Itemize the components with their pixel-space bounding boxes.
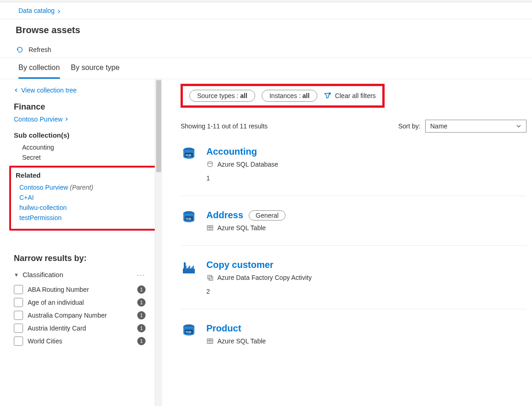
asset-title-link[interactable]: Product: [206, 323, 241, 334]
checkbox[interactable]: [14, 311, 23, 320]
tab-by-source-type[interactable]: By source type: [71, 64, 120, 79]
facet-row[interactable]: World Cities1: [14, 336, 158, 346]
page-title: Browse assets: [0, 19, 532, 42]
main-content: Source types : all Instances : all Clear…: [162, 79, 532, 406]
command-bar: Refresh: [0, 42, 532, 58]
facet-row[interactable]: ABA Routing Number1: [14, 285, 158, 294]
facet-label: World Cities: [28, 337, 133, 345]
facet-row[interactable]: Austria Identity Card1: [14, 324, 158, 333]
asset-type-icon: SQL: [181, 146, 197, 182]
asset-type-icon: SQL: [181, 210, 197, 232]
facet-label: ABA Routing Number: [28, 286, 133, 293]
asset-subtitle: Azure SQL Table: [206, 224, 286, 232]
facet-label: Australia Company Number: [28, 312, 133, 319]
svg-rect-18: [207, 339, 213, 343]
source-types-filter[interactable]: Source types : all: [189, 90, 255, 102]
breadcrumb-link[interactable]: Data catalog: [18, 7, 55, 14]
results-count: Showing 1-11 out of 11 results: [181, 122, 268, 130]
tab-row: By collection By source type: [0, 58, 532, 79]
sub-collection-item[interactable]: Accounting: [22, 144, 158, 151]
asset-type-icon: SQL: [181, 323, 197, 345]
caret-down-icon: ▼: [14, 272, 19, 278]
checkbox[interactable]: [14, 285, 23, 294]
facet-row[interactable]: Australia Company Number1: [14, 311, 158, 320]
asset-type-icon: [181, 260, 197, 295]
asset-number: 2: [206, 288, 312, 295]
instances-filter[interactable]: Instances : all: [262, 90, 317, 102]
filter-bar-highlight: Source types : all Instances : all Clear…: [181, 84, 385, 108]
asset-row: SQLAccountingAzure SQL Database1: [181, 133, 526, 196]
scrollbar[interactable]: [155, 79, 162, 406]
results-bar: Showing 1-11 out of 11 results Sort by: …: [181, 120, 526, 133]
sub-collection-item[interactable]: Secret: [22, 154, 158, 161]
svg-rect-9: [207, 226, 213, 230]
facet-count: 1: [137, 298, 146, 307]
clear-all-filters-button[interactable]: Clear all filters: [324, 92, 376, 99]
chevron-down-icon: [516, 123, 521, 129]
facet-count: 1: [137, 337, 146, 345]
svg-text:SQL: SQL: [186, 330, 192, 334]
related-heading: Related: [16, 171, 152, 179]
svg-text:SQL: SQL: [186, 217, 192, 220]
narrow-results-heading: Narrow results by:: [14, 254, 158, 263]
related-section-highlight: Related Contoso Purview (Parent) C+AI hu…: [9, 166, 158, 231]
svg-point-4: [208, 162, 212, 163]
asset-row: SQLAddressGeneralAzure SQL Table: [181, 196, 526, 246]
checkbox[interactable]: [14, 298, 23, 307]
collection-title: Finance: [14, 102, 158, 112]
asset-title-link[interactable]: AddressGeneral: [206, 210, 286, 220]
related-item[interactable]: Contoso Purview (Parent): [19, 184, 152, 191]
facet-label: Austria Identity Card: [28, 325, 133, 332]
view-collection-tree-link[interactable]: View collection tree: [14, 87, 158, 94]
parent-collection-link[interactable]: Contoso Purview: [14, 116, 69, 123]
svg-rect-11: [184, 262, 186, 269]
chevron-right-icon: [64, 117, 69, 122]
asset-title-link[interactable]: Accounting: [206, 146, 257, 157]
asset-subtitle: Azure Data Factory Copy Activity: [206, 274, 312, 281]
svg-rect-13: [209, 277, 213, 280]
asset-row: Copy customerAzure Data Factory Copy Act…: [181, 246, 526, 309]
chevron-right-icon: [57, 9, 61, 14]
related-item[interactable]: huilwu-collection: [19, 204, 152, 211]
svg-rect-12: [208, 275, 211, 279]
facet-label: Age of an individual: [28, 299, 133, 306]
facet-count: 1: [137, 311, 146, 319]
checkbox[interactable]: [14, 324, 23, 333]
chevron-left-icon: [14, 87, 18, 93]
asset-number: 1: [206, 174, 278, 182]
classification-header[interactable]: ▼ Classification ···: [14, 271, 158, 278]
sort-label: Sort by:: [398, 122, 421, 130]
sub-collections-heading: Sub collection(s): [14, 131, 158, 139]
facet-count: 1: [137, 285, 146, 294]
refresh-button[interactable]: Refresh: [29, 46, 51, 53]
asset-title-link[interactable]: Copy customer: [206, 260, 274, 270]
asset-row: SQLProductAzure SQL Table: [181, 309, 526, 359]
tab-by-collection[interactable]: By collection: [18, 64, 60, 79]
asset-subtitle: Azure SQL Database: [206, 161, 278, 168]
more-options-icon[interactable]: ···: [137, 271, 146, 278]
asset-tag: General: [249, 210, 286, 220]
related-item[interactable]: C+AI: [19, 194, 152, 201]
svg-text:SQL: SQL: [186, 153, 192, 157]
related-item[interactable]: testPermission: [19, 214, 152, 221]
facet-row[interactable]: Age of an individual1: [14, 298, 158, 307]
filter-clear-icon: [324, 92, 331, 99]
facet-count: 1: [137, 324, 146, 332]
sidebar: View collection tree Finance Contoso Pur…: [0, 79, 162, 406]
sort-dropdown[interactable]: Name: [425, 120, 526, 133]
breadcrumb[interactable]: Data catalog: [0, 2, 532, 19]
checkbox[interactable]: [14, 336, 23, 346]
asset-subtitle: Azure SQL Table: [206, 337, 266, 345]
svg-rect-10: [183, 269, 195, 273]
refresh-icon: [16, 46, 24, 54]
